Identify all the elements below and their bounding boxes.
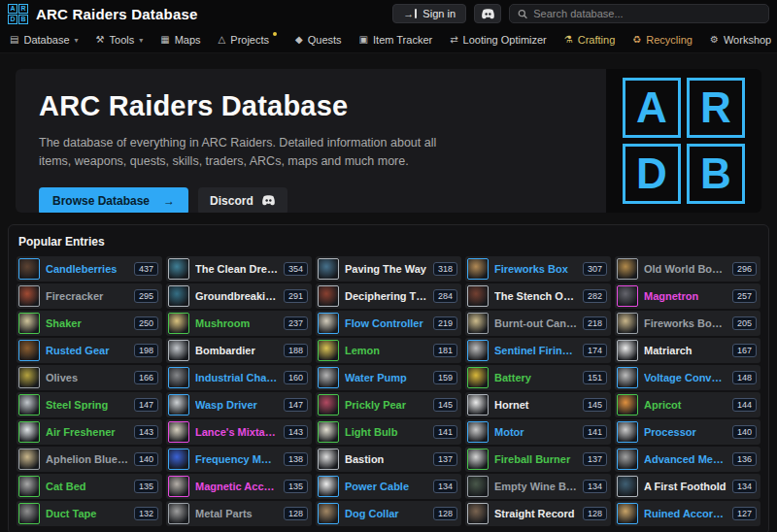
popular-entry[interactable]: Duct Tape132 <box>17 501 162 526</box>
popular-entry[interactable]: Light Bulb141 <box>316 419 461 445</box>
popular-entry[interactable]: Advanced Mecha...136 <box>615 447 760 472</box>
popular-entry[interactable]: Flow Controller219 <box>316 311 461 336</box>
looting-optimizer-icon: ⇄ <box>450 35 457 45</box>
popular-entry[interactable]: Groundbreaking291 <box>166 283 312 309</box>
nav-item-database[interactable]: ▤Database▾ <box>10 34 79 46</box>
entry-count-badge: 135 <box>134 480 158 493</box>
popular-entry[interactable]: The Clean Dream354 <box>166 256 312 282</box>
popular-entry[interactable]: Air Freshener143 <box>17 419 162 445</box>
entry-count-badge: 145 <box>433 398 457 412</box>
popular-entry[interactable]: Motor141 <box>465 419 611 445</box>
entry-count-badge: 136 <box>732 452 757 466</box>
entry-name: Firecracker <box>46 290 128 302</box>
popular-entry[interactable]: Lemon181 <box>316 338 461 363</box>
popular-entry[interactable]: Dog Collar128 <box>316 501 461 526</box>
popular-entry[interactable]: Candleberries437 <box>17 256 162 282</box>
nav-item-tools[interactable]: ⚒Tools▾ <box>96 34 144 46</box>
popular-entry[interactable]: Paving The Way318 <box>316 256 461 282</box>
popular-entry[interactable]: Magnetron257 <box>615 283 760 309</box>
entry-name: Magnetic Acceler... <box>195 481 278 492</box>
popular-entry[interactable]: Empty Wine Bottle134 <box>465 474 611 499</box>
nav-item-quests[interactable]: ◆Quests <box>295 34 342 46</box>
popular-entry[interactable]: Matriarch167 <box>615 338 760 363</box>
popular-entry[interactable]: Sentinel Firing C...174 <box>465 338 611 363</box>
popular-entry[interactable]: Wasp Driver147 <box>166 392 312 417</box>
ardb-logo-small[interactable]: ARDB <box>8 4 28 24</box>
nav-item-item-tracker[interactable]: ▣Item Tracker <box>359 34 433 46</box>
popular-entry[interactable]: Straight Record128 <box>465 501 611 526</box>
nav-item-recycling[interactable]: ♻Recycling <box>632 34 693 46</box>
popular-entry[interactable]: Industrial Charger160 <box>166 365 312 390</box>
popular-entry[interactable]: Fireworks Box Bl...205 <box>615 311 760 336</box>
popular-entry[interactable]: A First Foothold134 <box>615 474 760 499</box>
hero-title: ARC Raiders Database <box>39 90 583 122</box>
logo-letter-b: B <box>687 144 745 204</box>
popular-entry[interactable]: Ruined Accordion127 <box>615 501 760 526</box>
popular-entry[interactable]: Hornet145 <box>465 392 611 417</box>
entry-name: Bombardier <box>195 345 278 356</box>
popular-entry[interactable]: Deciphering The ...284 <box>316 283 461 309</box>
popular-entry[interactable]: Frequency Modu...138 <box>166 447 312 472</box>
search-box[interactable] <box>509 4 769 23</box>
logo-letter-d: D <box>8 15 17 24</box>
popular-entry[interactable]: Shaker250 <box>17 311 162 336</box>
entry-name: Aphelion Blueprint <box>46 453 128 465</box>
popular-entry[interactable]: Firecracker295 <box>17 283 162 309</box>
popular-entry[interactable]: Prickly Pear145 <box>316 392 461 417</box>
nav-item-looting-optimizer[interactable]: ⇄Looting Optimizer <box>450 34 547 46</box>
popular-entry[interactable]: Battery151 <box>465 365 611 390</box>
popular-entry[interactable]: Magnetic Acceler...135 <box>166 474 312 499</box>
popular-column-3: Paving The Way318Deciphering The ...284F… <box>316 256 461 526</box>
popular-entry[interactable]: Olives166 <box>17 365 162 390</box>
popular-entry[interactable]: Power Cable134 <box>316 474 461 499</box>
popular-entry[interactable]: Fireball Burner137 <box>465 447 611 472</box>
popular-entry[interactable]: Mushroom237 <box>166 311 312 336</box>
popular-entry[interactable]: Bombardier188 <box>166 338 312 363</box>
nav-item-label: Item Tracker <box>373 34 432 46</box>
popular-entry[interactable]: Bastion137 <box>316 447 461 472</box>
popular-entry[interactable]: Processor140 <box>615 419 760 445</box>
popular-entry[interactable]: Old World Books296 <box>615 256 760 282</box>
entry-count-badge: 134 <box>732 480 757 493</box>
popular-entry[interactable]: Aphelion Blueprint140 <box>17 447 162 472</box>
entry-name: Lemon <box>345 345 427 356</box>
nav-item-maps[interactable]: ▦Maps <box>160 34 200 46</box>
logo-letter-r: R <box>18 4 28 14</box>
sign-in-button[interactable]: → Sign in <box>392 4 466 23</box>
entry-name: Groundbreaking <box>195 290 278 302</box>
nav-item-projects[interactable]: △Projects <box>219 34 278 46</box>
item-icon <box>18 367 40 388</box>
popular-entry[interactable]: Cat Bed135 <box>17 474 162 499</box>
browse-database-label: Browse Database <box>52 194 150 208</box>
nav-item-label: Workshop <box>724 34 771 46</box>
hero-logo-panel: ARDB <box>606 69 761 213</box>
browse-database-button[interactable]: Browse Database → <box>39 187 188 213</box>
popular-entry[interactable]: Fireworks Box307 <box>465 256 611 282</box>
popular-entry[interactable]: Apricot144 <box>615 392 760 417</box>
popular-entry[interactable]: Steel Spring147 <box>17 392 162 417</box>
hero-section: ARC Raiders Database The database of eve… <box>16 69 761 213</box>
entry-name: Olives <box>46 372 128 383</box>
entry-count-badge: 167 <box>732 344 757 357</box>
nav-item-label: Recycling <box>646 34 693 46</box>
entry-name: Processor <box>644 426 726 438</box>
popular-entry[interactable]: Water Pump159 <box>316 365 461 390</box>
entry-name: Flow Controller <box>345 317 427 329</box>
entry-count-badge: 250 <box>134 316 158 330</box>
search-input[interactable] <box>533 8 760 19</box>
item-icon <box>617 313 638 334</box>
item-icon <box>18 285 40 307</box>
popular-entry[interactable]: Rusted Gear198 <box>17 338 162 363</box>
popular-entry[interactable]: Lance's Mixtape ...143 <box>166 419 312 445</box>
popular-entry[interactable]: Burnt-out Candles218 <box>465 311 611 336</box>
logo-letter-d: D <box>623 144 681 204</box>
popular-entry[interactable]: Voltage Converter148 <box>615 365 760 390</box>
popular-entry[interactable]: Metal Parts128 <box>166 501 312 526</box>
nav-item-workshop[interactable]: ⚙Workshop <box>710 34 771 46</box>
popular-entry[interactable]: The Stench Of C...282 <box>465 283 611 309</box>
entry-name: Fireworks Box Bl... <box>644 317 726 329</box>
nav-item-crafting[interactable]: ⚗Crafting <box>564 34 616 46</box>
item-icon <box>617 367 638 388</box>
discord-hero-button[interactable]: Discord <box>198 187 287 213</box>
discord-button[interactable] <box>474 4 501 23</box>
